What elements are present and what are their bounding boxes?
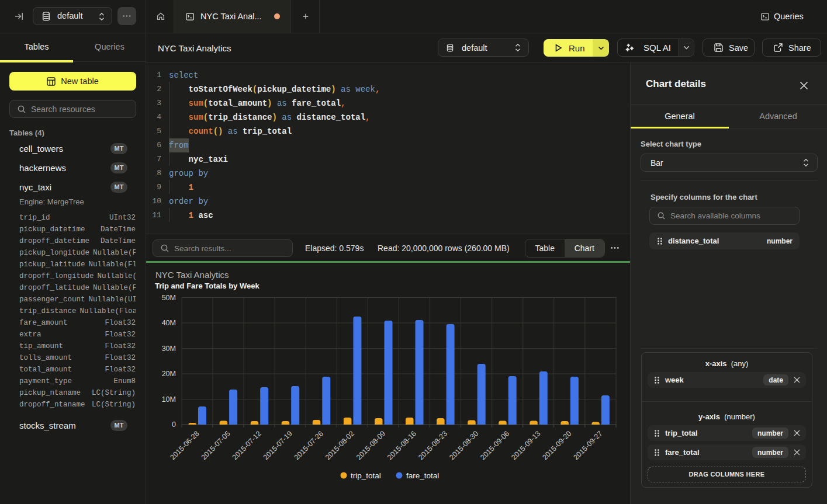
svg-text:2015-08-16: 2015-08-16	[386, 429, 418, 461]
svg-text:2015-07-19: 2015-07-19	[262, 429, 294, 461]
svg-text:2015-07-12: 2015-07-12	[231, 429, 263, 461]
svg-text:2015-06-28: 2015-06-28	[169, 429, 201, 461]
svg-text:2015-08-09: 2015-08-09	[355, 429, 387, 461]
svg-text:10M: 10M	[162, 395, 176, 404]
svg-text:fare_total: fare_total	[406, 471, 439, 480]
svg-text:50M: 50M	[162, 294, 176, 302]
svg-text:2015-08-23: 2015-08-23	[417, 429, 449, 461]
svg-text:40M: 40M	[162, 319, 176, 327]
svg-text:2015-08-02: 2015-08-02	[324, 429, 356, 461]
svg-text:2015-09-13: 2015-09-13	[510, 429, 542, 461]
svg-text:20M: 20M	[162, 370, 176, 378]
svg-text:2015-09-27: 2015-09-27	[572, 429, 604, 461]
svg-text:30M: 30M	[162, 345, 176, 353]
svg-text:0: 0	[172, 420, 176, 429]
svg-text:2015-07-26: 2015-07-26	[293, 429, 325, 461]
svg-text:2015-09-06: 2015-09-06	[479, 429, 511, 461]
svg-text:2015-09-20: 2015-09-20	[541, 429, 573, 461]
svg-text:2015-08-30: 2015-08-30	[448, 429, 480, 461]
svg-text:trip_total: trip_total	[351, 471, 381, 480]
svg-text:2015-07-05: 2015-07-05	[200, 429, 232, 461]
